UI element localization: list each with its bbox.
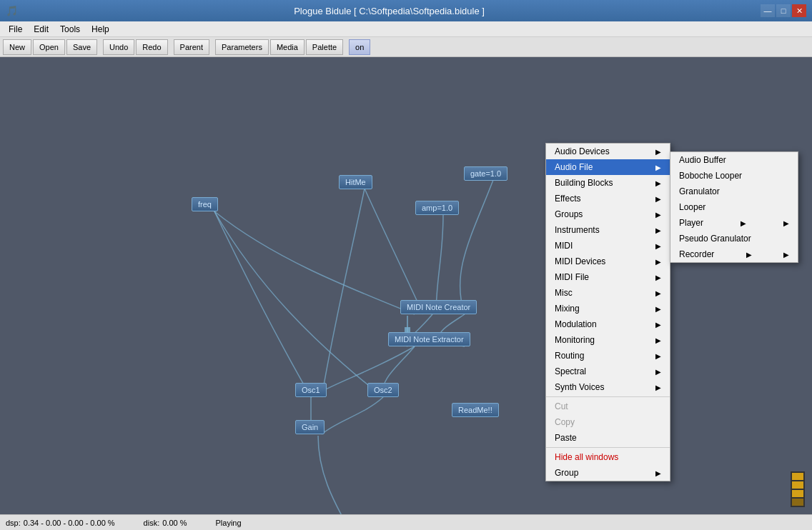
canvas-area[interactable]: freq HitMe gate=1.0 amp=1.0 MIDI Note Cr… (0, 57, 812, 514)
titlebar: 🎵 Plogue Bidule [ C:\Softpedia\Softpedia… (0, 0, 812, 21)
ctx-midi-devices[interactable]: MIDI Devices ▶ (546, 254, 670, 269)
arrow-icon: ▶ (741, 219, 746, 227)
arrow-icon: ▶ (655, 384, 661, 391)
arrow-icon: ▶ (655, 195, 661, 203)
context-menu: Audio Devices ▶ Audio File ▶ Building Bl… (545, 143, 670, 481)
open-button[interactable]: Open (33, 39, 65, 55)
sub-audio-buffer[interactable]: Audio Buffer (670, 152, 798, 168)
sub-pseudo-granulator[interactable]: Pseudo Granulator (670, 231, 798, 246)
node-midi-note-extractor[interactable]: MIDI Note Extractor (388, 332, 470, 346)
media-button[interactable]: Media (270, 39, 304, 55)
arrow-icon: ▶ (655, 305, 661, 313)
ctx-instruments[interactable]: Instruments ▶ (546, 222, 670, 238)
ctx-monitoring[interactable]: Monitoring ▶ (546, 332, 670, 348)
node-amp[interactable]: amp=1.0 (415, 201, 459, 215)
arrow-icon: ▶ (655, 211, 661, 219)
separator-2 (546, 447, 670, 448)
arrow-icon: ▶ (655, 258, 661, 266)
menubar: File Edit Tools Help (0, 21, 812, 37)
arrow-icon: ▶ (655, 289, 661, 297)
toolbar: New Open Save Undo Redo Parent Parameter… (0, 37, 812, 57)
new-button[interactable]: New (3, 39, 31, 55)
node-osc1[interactable]: Osc1 (295, 383, 327, 397)
vu-meter (791, 471, 805, 507)
titlebar-left: 🎵 (6, 5, 18, 16)
ctx-spectral[interactable]: Spectral ▶ (546, 364, 670, 379)
parameters-button[interactable]: Parameters (215, 39, 269, 55)
sub-player[interactable]: Player ▶ (670, 215, 798, 231)
dsp-value: 0.34 - 0.00 - 0.00 - 0.00 % (24, 519, 115, 527)
disk-status: disk: 0.00 % (144, 519, 187, 527)
window-title: Plogue Bidule [ C:\Softpedia\Softpedia.b… (18, 6, 761, 16)
sub-looper[interactable]: Looper (670, 199, 798, 215)
sub-boboche-looper[interactable]: Boboche Looper (670, 168, 798, 184)
arrow-icon: ▶ (655, 274, 661, 281)
sub-granulator[interactable]: Granulator (670, 184, 798, 199)
ctx-group[interactable]: Group ▶ (546, 465, 670, 481)
arrow-icon: ▶ (655, 368, 661, 376)
save-button[interactable]: Save (66, 39, 97, 55)
ctx-copy[interactable]: Copy (546, 414, 670, 430)
arrow-icon: ▶ (655, 226, 661, 234)
menu-help[interactable]: Help (86, 23, 115, 36)
arrow-icon: ▶ (746, 251, 752, 259)
ctx-hide-all-windows[interactable]: Hide all windows (546, 449, 670, 465)
arrow-icon: ▶ (655, 179, 661, 187)
node-readme[interactable]: ReadMe!! (452, 403, 499, 417)
statusbar: dsp: 0.34 - 0.00 - 0.00 - 0.00 % disk: 0… (0, 514, 812, 530)
arrow-icon: ▶ (655, 242, 661, 250)
connections-svg (0, 57, 812, 514)
submenu-audiofile: Audio Buffer Boboche Looper Granulator L… (670, 151, 798, 263)
ctx-mixing[interactable]: Mixing ▶ (546, 301, 670, 316)
vu-bar-4 (792, 499, 803, 506)
ctx-misc[interactable]: Misc ▶ (546, 285, 670, 301)
ctx-modulation[interactable]: Modulation ▶ (546, 316, 670, 332)
menu-tools[interactable]: Tools (54, 23, 86, 36)
ctx-routing[interactable]: Routing ▶ (546, 348, 670, 364)
redo-button[interactable]: Redo (136, 39, 167, 55)
disk-value: 0.00 % (162, 519, 187, 527)
menu-file[interactable]: File (3, 23, 28, 36)
ctx-groups[interactable]: Groups ▶ (546, 206, 670, 222)
ctx-paste[interactable]: Paste (546, 430, 670, 446)
arrow-icon: ▶ (655, 352, 661, 360)
ctx-audio-devices[interactable]: Audio Devices ▶ (546, 144, 670, 159)
parent-button[interactable]: Parent (174, 39, 209, 55)
menu-edit[interactable]: Edit (28, 23, 54, 36)
on-button[interactable]: on (349, 39, 370, 55)
arrow-icon: ▶ (655, 336, 661, 344)
ctx-cut[interactable]: Cut (546, 399, 670, 414)
vu-bar-2 (792, 481, 803, 489)
ctx-audio-file[interactable]: Audio File ▶ (546, 159, 670, 175)
node-hitme[interactable]: HitMe (339, 175, 372, 189)
arrow-icon: ▶ (655, 164, 661, 171)
node-midi-note-creator[interactable]: MIDI Note Creator (400, 300, 477, 314)
vu-bar-3 (792, 490, 803, 497)
dsp-label: dsp: (6, 519, 21, 527)
palette-button[interactable]: Palette (306, 39, 343, 55)
undo-button[interactable]: Undo (103, 39, 134, 55)
minimize-button[interactable]: — (761, 4, 775, 17)
ctx-effects[interactable]: Effects ▶ (546, 191, 670, 206)
node-gain[interactable]: Gain (295, 420, 325, 434)
ctx-midi[interactable]: MIDI ▶ (546, 238, 670, 254)
close-button[interactable]: ✕ (792, 4, 806, 17)
vu-bar-1 (792, 473, 803, 480)
node-gate[interactable]: gate=1.0 (464, 166, 508, 181)
ctx-building-blocks[interactable]: Building Blocks ▶ (546, 175, 670, 191)
window-controls: — □ ✕ (761, 4, 806, 17)
node-freq[interactable]: freq (192, 197, 218, 211)
arrow-icon: ▶ (655, 148, 661, 156)
playing-status: Playing (215, 519, 241, 527)
arrow-icon: ▶ (655, 321, 661, 329)
sub-recorder[interactable]: Recorder ▶ (670, 246, 798, 262)
dsp-status: dsp: 0.34 - 0.00 - 0.00 - 0.00 % (6, 519, 115, 527)
ctx-midi-file[interactable]: MIDI File ▶ (546, 269, 670, 285)
separator-1 (546, 396, 670, 397)
maximize-button[interactable]: □ (776, 4, 791, 17)
arrow-icon: ▶ (655, 469, 661, 477)
ctx-synth-voices[interactable]: Synth Voices ▶ (546, 379, 670, 395)
node-osc2[interactable]: Osc2 (367, 383, 399, 397)
disk-label: disk: (144, 519, 160, 527)
app-icon: 🎵 (6, 5, 18, 16)
